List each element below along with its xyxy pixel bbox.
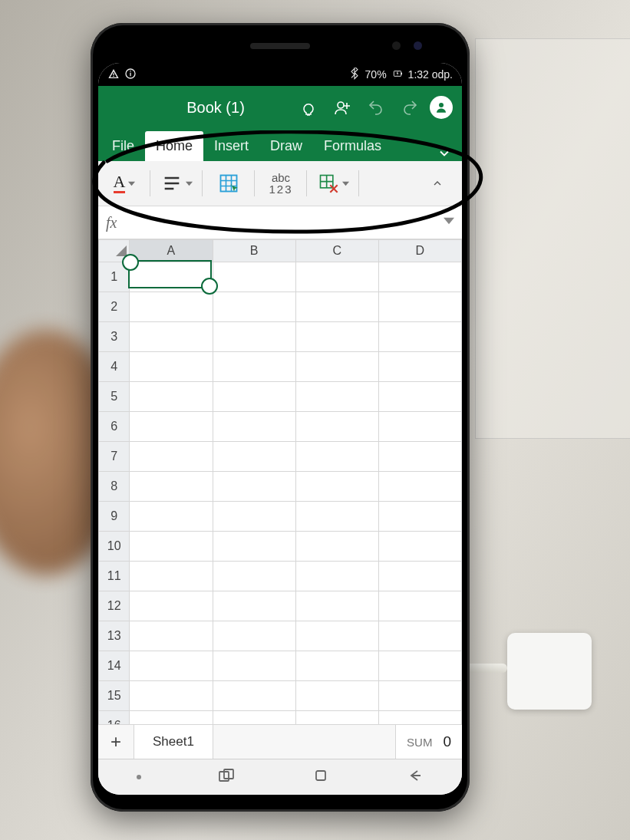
cell[interactable] (378, 591, 461, 621)
cell[interactable] (130, 322, 213, 352)
home-button[interactable] (312, 766, 330, 788)
select-all-corner[interactable] (99, 240, 130, 262)
cell[interactable] (130, 262, 213, 292)
cell[interactable] (213, 442, 295, 472)
cell[interactable] (130, 562, 213, 591)
row-header[interactable]: 15 (99, 681, 130, 711)
cell[interactable] (295, 591, 378, 621)
cell[interactable] (378, 262, 461, 292)
share-icon[interactable] (325, 91, 359, 124)
insert-delete-cells-button[interactable] (310, 167, 356, 199)
cell[interactable] (130, 442, 213, 472)
document-title[interactable]: Book (1) (140, 99, 292, 117)
row-header[interactable]: 6 (99, 412, 130, 442)
cell[interactable] (295, 322, 378, 352)
cell-styles-button[interactable] (206, 167, 252, 199)
cell[interactable] (213, 292, 295, 322)
more-tabs-icon[interactable] (427, 146, 462, 161)
column-header[interactable]: C (295, 240, 378, 262)
back-button[interactable] (406, 766, 424, 788)
row-header[interactable]: 4 (99, 352, 130, 382)
cell[interactable] (378, 562, 461, 591)
formula-bar[interactable]: fx (98, 206, 462, 239)
cell[interactable] (295, 442, 378, 472)
cell[interactable] (378, 532, 461, 562)
cell[interactable] (295, 262, 378, 292)
cell[interactable] (213, 681, 295, 711)
tell-me-icon[interactable] (292, 91, 325, 124)
cell[interactable] (295, 382, 378, 412)
cell[interactable] (295, 651, 378, 681)
tab-insert[interactable]: Insert (203, 131, 259, 161)
row-header[interactable]: 9 (99, 502, 130, 532)
cell[interactable] (130, 382, 213, 412)
column-header[interactable]: D (378, 240, 461, 262)
cell[interactable] (130, 352, 213, 382)
alignment-button[interactable] (153, 167, 200, 199)
row-header[interactable]: 8 (99, 472, 130, 502)
cell[interactable] (378, 412, 461, 442)
row-header[interactable]: 11 (99, 562, 130, 591)
tab-home[interactable]: Home (145, 131, 203, 161)
cell[interactable] (213, 502, 295, 532)
cell[interactable] (295, 502, 378, 532)
row-header[interactable]: 14 (99, 651, 130, 681)
cell[interactable] (213, 651, 295, 681)
cell[interactable] (213, 322, 295, 352)
cell[interactable] (295, 562, 378, 591)
cell[interactable] (295, 472, 378, 502)
font-color-button[interactable]: A (101, 167, 147, 199)
cell[interactable] (378, 292, 461, 322)
row-header[interactable]: 1 (99, 262, 130, 292)
redo-icon[interactable] (393, 91, 427, 124)
cell[interactable] (130, 621, 213, 651)
cell[interactable] (130, 591, 213, 621)
recents-button[interactable] (217, 766, 236, 788)
cell[interactable] (378, 651, 461, 681)
cell[interactable] (295, 711, 378, 725)
aggregate-display[interactable]: SUM 0 (395, 725, 462, 759)
account-avatar[interactable] (430, 96, 453, 119)
cell[interactable] (130, 532, 213, 562)
cell[interactable] (130, 472, 213, 502)
cell[interactable] (130, 412, 213, 442)
cell[interactable] (378, 681, 461, 711)
column-header[interactable]: A (130, 240, 213, 262)
row-header[interactable]: 2 (99, 292, 130, 322)
formula-expand-icon[interactable] (444, 216, 454, 229)
column-header[interactable]: B (213, 240, 295, 262)
cell[interactable] (213, 412, 295, 442)
cell[interactable] (213, 532, 295, 562)
cell[interactable] (295, 292, 378, 322)
cell[interactable] (130, 651, 213, 681)
collapse-toolbar-button[interactable] (416, 167, 459, 199)
cell[interactable] (378, 502, 461, 532)
cell[interactable] (378, 442, 461, 472)
row-header[interactable]: 7 (99, 442, 130, 472)
cell[interactable] (213, 352, 295, 382)
cell[interactable] (378, 621, 461, 651)
tab-formulas[interactable]: Formulas (313, 131, 392, 161)
cell[interactable] (378, 472, 461, 502)
cell[interactable] (213, 472, 295, 502)
row-header[interactable]: 16 (99, 711, 130, 725)
row-header[interactable]: 10 (99, 532, 130, 562)
cell[interactable] (295, 412, 378, 442)
cell[interactable] (130, 711, 213, 725)
cell[interactable] (378, 382, 461, 412)
cell[interactable] (295, 681, 378, 711)
cell[interactable] (378, 352, 461, 382)
row-header[interactable]: 3 (99, 322, 130, 352)
cell[interactable] (213, 262, 295, 292)
cell[interactable] (378, 711, 461, 725)
cell[interactable] (213, 591, 295, 621)
cell[interactable] (213, 562, 295, 591)
cell[interactable] (130, 502, 213, 532)
add-sheet-button[interactable]: + (98, 725, 134, 759)
cell[interactable] (295, 352, 378, 382)
cell[interactable] (295, 532, 378, 562)
cell[interactable] (213, 711, 295, 725)
cell[interactable] (213, 621, 295, 651)
tab-file[interactable]: File (101, 131, 145, 161)
row-header[interactable]: 12 (99, 591, 130, 621)
